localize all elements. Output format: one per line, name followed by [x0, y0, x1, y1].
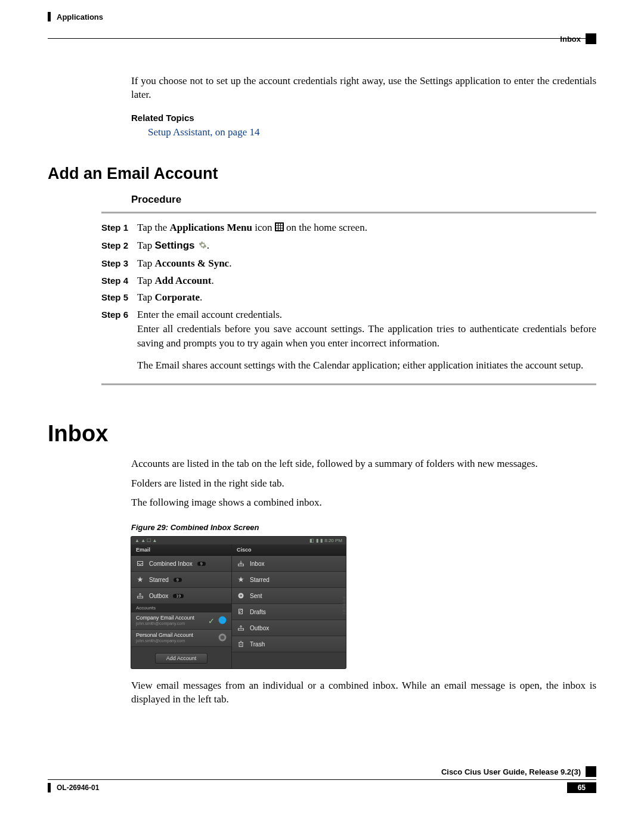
svg-rect-1 [276, 224, 278, 225]
folder-label: Sent [250, 593, 262, 599]
left-folder-item[interactable]: Combined Inbox 9 [131, 556, 231, 572]
procedure-bottom-rule [101, 383, 596, 385]
accounts-subheader: Accounts [131, 604, 231, 612]
page-number: 65 [567, 782, 596, 793]
folder-label: Outbox [250, 625, 269, 631]
step-text: Tap the [137, 222, 170, 233]
step-bold: Applications Menu [170, 222, 252, 233]
account-email: john.smith@company.com [136, 639, 193, 643]
inbox-p1: Accounts are listed in the tab on the le… [131, 457, 596, 471]
header-mark [48, 12, 51, 21]
status-icons-left: ▲ ▲ ☐ ▲ [135, 538, 157, 543]
step-bold: Settings [155, 240, 195, 251]
svg-rect-5 [278, 226, 280, 228]
step-tail: on the home screen. [286, 222, 367, 233]
folder-label: Drafts [250, 609, 266, 615]
folder-label: Starred [250, 577, 270, 583]
folder-label: Trash [250, 641, 265, 648]
right-panel-header: Cisco [232, 544, 346, 556]
svg-point-14 [221, 635, 225, 639]
count-badge: 9 [197, 562, 206, 566]
svg-rect-3 [281, 224, 283, 225]
header-rule [48, 38, 596, 39]
footer-marker-box [586, 766, 596, 777]
setup-assistant-link[interactable]: Setup Assistant, on page 14 [148, 126, 596, 138]
step-tail: . [207, 240, 209, 251]
star-icon [136, 575, 144, 584]
step-bold: Accounts & Sync [155, 258, 230, 269]
svg-rect-4 [276, 226, 278, 228]
inbox-dl-icon [237, 559, 245, 568]
left-folder-item[interactable]: Starred 9 [131, 572, 231, 588]
gear-icon [199, 239, 207, 253]
step-text: Tap [137, 275, 155, 286]
svg-rect-11 [138, 596, 143, 598]
folder-label: Starred [149, 577, 169, 583]
footer-doc-id: OL-26946-01 [57, 784, 99, 792]
step-text-icon-word: icon [255, 222, 275, 233]
trash-icon [237, 640, 245, 648]
procedure-top-rule [101, 212, 596, 213]
step-tail: . [229, 258, 231, 269]
footer-rule [48, 779, 596, 780]
related-topics-heading: Related Topics [131, 113, 596, 123]
left-folder-item[interactable]: Outbox 19 [131, 588, 231, 604]
inbox-icon [136, 559, 144, 568]
figure-caption: Figure 29: Combined Inbox Screen [131, 523, 596, 532]
intro-paragraph: If you choose not to set up the account … [131, 75, 596, 102]
account-name: Personal Gmail Account [136, 633, 193, 639]
wifi-icon: ◧ [309, 538, 314, 543]
step-row: Step 1 Tap the Applications Menu icon on… [101, 221, 596, 236]
svg-rect-9 [281, 228, 283, 230]
right-folder-item[interactable]: Starred [232, 572, 346, 588]
account-name: Company Email Account [136, 615, 194, 621]
right-folder-item[interactable]: Drafts [232, 604, 346, 620]
step-row: Step 5 Tap Corporate. [101, 290, 596, 305]
step-label: Step 1 [101, 221, 137, 234]
folder-label: Combined Inbox [149, 561, 193, 567]
right-folder-item[interactable]: Inbox [232, 556, 346, 572]
step-row: Step 2 Tap Settings . [101, 239, 596, 253]
figure-side-number: 282884 [342, 596, 347, 615]
step-text: Tap [137, 292, 155, 303]
right-folder-item[interactable]: Outbox [232, 620, 346, 636]
right-folder-item[interactable]: Trash [232, 636, 346, 652]
account-email: john.smith@company.com [136, 621, 194, 626]
outbox-icon [136, 592, 144, 600]
status-icons-right: ◧ ▮ ▮ 8:20 PM [309, 538, 342, 543]
step-tail: . [200, 292, 202, 303]
sent-icon [237, 592, 245, 600]
account-color-icon [218, 616, 227, 625]
step-label: Step 4 [101, 274, 137, 287]
account-item[interactable]: Personal Gmail Accountjohn.smith@company… [131, 630, 231, 647]
step-bold: Corporate [155, 292, 200, 303]
folder-label: Inbox [250, 561, 264, 567]
svg-rect-18 [239, 628, 244, 630]
svg-point-12 [219, 617, 227, 624]
inbox-p4: View email messages from an individual o… [131, 679, 596, 707]
step-label: Step 2 [101, 239, 137, 252]
left-panel-header: Email [131, 544, 231, 556]
svg-rect-2 [278, 224, 280, 225]
step-row: Step 4 Tap Add Account. [101, 274, 596, 288]
step-row: Step 6 Enter the email account credentia… [101, 308, 596, 350]
right-folder-item[interactable]: Sent [232, 588, 346, 604]
step-text: Tap [137, 240, 155, 251]
battery-icon: ▮ [320, 538, 323, 543]
footer-mark [48, 783, 51, 792]
account-item[interactable]: Company Email Accountjohn.smith@company.… [131, 612, 231, 630]
outbox-icon [237, 624, 245, 632]
step-text: Tap [137, 258, 155, 269]
svg-rect-8 [278, 228, 280, 230]
inbox-p2: Folders are listed in the right side tab… [131, 477, 596, 491]
account-color-icon [218, 633, 227, 643]
add-account-button[interactable]: Add Account [155, 653, 208, 664]
step-bold: Add Account [155, 275, 212, 286]
section-label: Inbox [560, 35, 581, 44]
inbox-p3: The following image shows a combined inb… [131, 496, 596, 510]
check-icon: ✓ [208, 617, 215, 625]
svg-rect-7 [276, 228, 278, 230]
step-label: Step 5 [101, 290, 137, 304]
step-row: Step 3 Tap Accounts & Sync. [101, 256, 596, 271]
drafts-icon [237, 608, 245, 616]
